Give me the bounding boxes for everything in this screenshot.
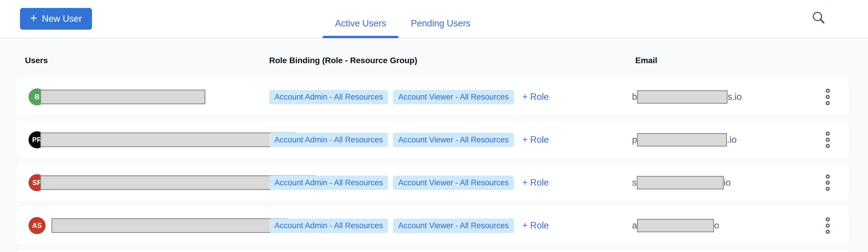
- row-menu-button[interactable]: [822, 121, 834, 159]
- row-menu-button[interactable]: [822, 164, 834, 201]
- add-role-button[interactable]: + Role: [522, 220, 549, 231]
- kebab-icon: [826, 132, 830, 136]
- email-suffix-text: io: [724, 178, 731, 188]
- row-menu-button[interactable]: [822, 78, 834, 116]
- add-role-button[interactable]: + Role: [522, 178, 549, 188]
- table-row: AS Account Admin - All Resources Account…: [16, 207, 848, 244]
- email-redaction-box: [637, 90, 727, 104]
- table-row: SP io Account Admin - All Resources Acco…: [16, 164, 848, 201]
- table-row: PR io Account Admin - All Resources Acco…: [16, 121, 848, 159]
- role-badge[interactable]: Account Admin - All Resources: [269, 176, 388, 190]
- column-header-email: Email: [635, 56, 657, 65]
- role-badge[interactable]: Account Admin - All Resources: [269, 219, 388, 233]
- search-button[interactable]: [810, 9, 827, 26]
- email-prefix-text: p: [632, 134, 637, 145]
- kebab-icon: [826, 89, 830, 93]
- row-menu-button[interactable]: [822, 207, 834, 244]
- new-user-button[interactable]: + New User: [20, 8, 92, 30]
- email-suffix-text: o: [714, 220, 719, 231]
- add-role-button[interactable]: + Role: [522, 134, 549, 145]
- tab-pending-users[interactable]: Pending Users: [398, 0, 483, 38]
- role-badge[interactable]: Account Viewer - All Resources: [393, 90, 514, 104]
- role-badge[interactable]: Account Admin - All Resources: [269, 90, 388, 104]
- role-badge[interactable]: Account Viewer - All Resources: [393, 176, 514, 190]
- email-suffix-text: .io: [727, 134, 737, 145]
- email-redaction-box: [637, 219, 714, 232]
- column-header-users: Users: [25, 56, 48, 65]
- email-redaction-box: [637, 133, 727, 147]
- kebab-icon: [826, 217, 830, 221]
- user-name-cell: [40, 207, 286, 244]
- add-role-button[interactable]: + Role: [522, 92, 549, 102]
- email-prefix-text: s: [632, 178, 637, 188]
- email-cell: p .io: [632, 121, 737, 159]
- top-bar: + New User Active Users Pending Users: [0, 0, 868, 38]
- name-redaction-box: [52, 218, 286, 233]
- user-name-cell: [40, 78, 206, 116]
- role-badge[interactable]: Account Viewer - All Resources: [393, 219, 514, 233]
- tab-active-users[interactable]: Active Users: [322, 0, 398, 38]
- email-cell: a o: [632, 207, 719, 244]
- role-badge[interactable]: Account Viewer - All Resources: [393, 133, 514, 147]
- plus-icon: +: [30, 12, 37, 24]
- name-redaction-box: [40, 132, 297, 147]
- name-redaction-box: [40, 90, 206, 104]
- user-name-cell: io: [40, 121, 304, 159]
- new-user-button-label: New User: [42, 13, 82, 24]
- email-prefix-text: b: [632, 92, 637, 102]
- column-header-role-binding: Role Binding (Role - Resource Group): [269, 56, 417, 65]
- avatar-initials: B: [34, 93, 39, 101]
- role-binding-cell: Account Admin - All Resources Account Vi…: [269, 164, 549, 201]
- kebab-icon: [826, 175, 830, 179]
- search-icon: [810, 9, 827, 26]
- role-binding-cell: Account Admin - All Resources Account Vi…: [269, 121, 549, 159]
- email-suffix-text: s.io: [727, 92, 742, 102]
- table-row: B Account Admin - All Resources Account …: [16, 78, 848, 116]
- email-prefix-text: a: [632, 220, 637, 231]
- email-cell: b s.io: [632, 78, 742, 116]
- role-binding-cell: Account Admin - All Resources Account Vi…: [269, 78, 549, 116]
- role-badge[interactable]: Account Admin - All Resources: [269, 133, 388, 147]
- tab-bar: Active Users Pending Users: [322, 0, 483, 38]
- email-cell: s io: [632, 164, 731, 201]
- user-management-screen: + New User Active Users Pending Users Us…: [0, 0, 868, 252]
- email-redaction-box: [637, 176, 724, 189]
- role-binding-cell: Account Admin - All Resources Account Vi…: [269, 207, 549, 244]
- table-row-partial: [16, 250, 848, 252]
